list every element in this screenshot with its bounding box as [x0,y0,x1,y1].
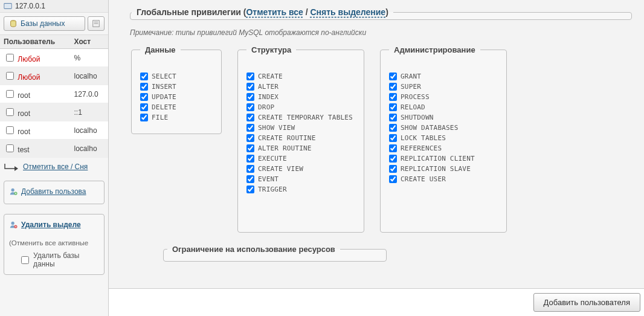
privilege-checkbox-lock-tables[interactable] [389,134,397,142]
privilege-checkbox-show-databases[interactable] [389,124,397,132]
svg-rect-5 [94,23,98,24]
privilege-label: SHOW DATABASES [401,124,459,132]
privilege-label: GRANT [401,73,421,80]
legend-limits: Ограничение на использование ресурсов [167,245,340,254]
sidebar: 127.0.0.1 Базы данных Пользователь Хост … [0,0,109,316]
privilege-item: SHOW DATABASES [389,123,498,133]
privilege-checkbox-delete[interactable] [140,103,148,111]
user-host: 127.0.0 [71,85,108,103]
privilege-label: REFERENCES [401,144,442,152]
user-row[interactable]: root::1 [0,103,108,121]
user-checkbox[interactable] [6,72,14,80]
sql-icon [92,19,100,28]
privilege-item: DROP [246,102,355,112]
privilege-checkbox-create-user[interactable] [389,175,397,183]
privilege-checkbox-update[interactable] [140,93,148,101]
privilege-item: EVENT [246,174,355,184]
privilege-label: EXECUTE [258,155,287,163]
privilege-checkbox-grant[interactable] [389,73,397,80]
privilege-label: FILE [152,114,168,121]
privilege-checkbox-execute[interactable] [246,155,254,163]
privilege-checkbox-create-temporary-tables[interactable] [246,114,254,121]
privilege-label: UPDATE [152,93,176,101]
user-checkbox[interactable] [6,90,14,98]
user-row[interactable]: Любойlocalho [0,67,108,85]
check-all-link[interactable]: Отметить все / Сня [23,163,88,171]
user-checkbox[interactable] [6,54,14,62]
svg-rect-1 [5,4,11,7]
privilege-checkbox-insert[interactable] [140,83,148,91]
privilege-checkbox-super[interactable] [389,83,397,91]
user-name: Любой [16,55,40,63]
privilege-checkbox-trigger[interactable] [246,185,254,193]
privilege-checkbox-reload[interactable] [389,103,397,111]
privilege-checkbox-alter-routine[interactable] [246,144,254,152]
privilege-item: CREATE TEMPORARY TABLES [246,112,355,123]
privilege-checkbox-references[interactable] [389,144,397,152]
check-all-row: Отметить все / Сня [0,158,108,176]
delete-db-checkbox[interactable] [21,256,29,264]
privilege-checkbox-create-routine[interactable] [246,134,254,142]
check-all-arrow-icon [4,163,19,171]
privilege-label: RELOAD [401,103,425,111]
privilege-checkbox-event[interactable] [246,175,254,183]
privilege-checkbox-create[interactable] [246,73,254,80]
user-host: localho [71,140,108,158]
sql-window-button[interactable] [88,16,105,31]
privilege-checkbox-shutdown[interactable] [389,114,397,121]
user-row[interactable]: rootlocalho [0,121,108,140]
privilege-checkbox-show-view[interactable] [246,124,254,132]
server-host: 127.0.0.1 [15,2,45,10]
privilege-checkbox-alter[interactable] [246,83,254,91]
privilege-item: CREATE USER [389,174,498,184]
privilege-item: CREATE VIEW [246,164,355,174]
privilege-checkbox-replication-client[interactable] [389,155,397,163]
privilege-label: CREATE USER [401,175,446,183]
user-row[interactable]: testlocalho [0,140,108,158]
database-icon [9,19,18,28]
privilege-checkbox-file[interactable] [140,114,148,121]
user-row[interactable]: Любой% [0,49,108,67]
user-checkbox[interactable] [6,144,14,152]
privilege-checkbox-select[interactable] [140,73,148,80]
user-host: localho [71,67,108,85]
delete-selected-link[interactable]: Удалить выделе [9,221,81,229]
privileges-note: Примечание: типы привилегий MySQL отобра… [130,28,632,37]
privilege-label: INDEX [258,93,279,101]
resource-limits-fieldset: Ограничение на использование ресурсов [163,245,387,262]
svg-rect-4 [94,22,98,23]
privilege-checkbox-replication-slave[interactable] [389,165,397,173]
user-checkbox[interactable] [6,108,14,116]
privilege-item: EXECUTE [246,153,355,164]
user-checkbox[interactable] [6,126,14,134]
privilege-label: SELECT [152,73,176,80]
privilege-item: SUPER [389,82,498,92]
privilege-item: FILE [140,112,213,123]
link-check-all[interactable]: Отметить все [246,7,303,17]
privilege-checkbox-drop[interactable] [246,103,254,111]
link-uncheck-all[interactable]: Снять выделение [310,7,385,17]
privileges-structure: Структура CREATEALTERINDEXDROPCREATE TEM… [237,45,364,233]
legend-admin: Администрирование [389,45,480,54]
privilege-checkbox-process[interactable] [389,93,397,101]
add-user-link[interactable]: Добавить пользова [9,187,86,196]
user-row[interactable]: root127.0.0 [0,85,108,103]
add-user-button[interactable]: Добавить пользователя [533,293,640,312]
privilege-checkbox-create-view[interactable] [246,165,254,173]
privileges-data: Данные SELECTINSERTUPDATEDELETEFILE [131,45,222,134]
privilege-label: CREATE ROUTINE [258,134,316,142]
databases-button[interactable]: Базы данных [4,16,85,31]
privilege-item: INSERT [140,82,213,92]
global-legend: Глобальные привилегии (Отметить все / Сн… [132,7,393,17]
privilege-item: INDEX [246,92,355,102]
privilege-item: RELOAD [389,102,498,112]
privileges-admin: Администрирование GRANTSUPERPROCESSRELOA… [380,45,507,233]
privilege-label: EVENT [258,175,279,183]
delete-user-icon [9,221,18,229]
privilege-label: TRIGGER [258,185,287,193]
privilege-item: UPDATE [140,92,213,102]
privilege-label: DROP [258,103,274,111]
add-user-icon [9,187,18,196]
delete-db-label: Удалить базы данны [33,251,99,268]
privilege-checkbox-index[interactable] [246,93,254,101]
